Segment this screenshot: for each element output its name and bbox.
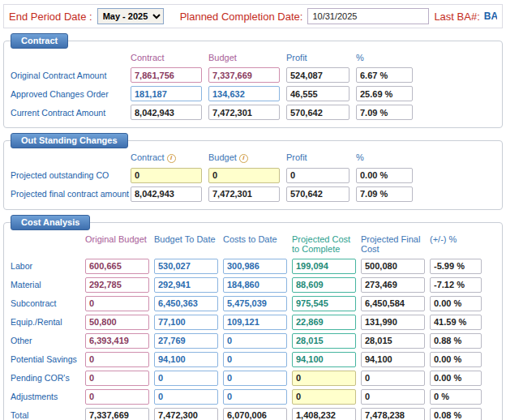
amount-field[interactable]: [154, 296, 218, 311]
percent-field[interactable]: [430, 277, 482, 293]
amount-field[interactable]: [292, 352, 356, 367]
amount-field[interactable]: [292, 277, 356, 293]
amount-field[interactable]: [286, 186, 349, 202]
last-ba-label: Last BA#:: [434, 11, 479, 23]
column-header: Contracti: [131, 152, 202, 165]
amount-field[interactable]: [85, 389, 149, 405]
amount-field[interactable]: [154, 371, 218, 386]
amount-field[interactable]: [85, 333, 149, 349]
amount-field[interactable]: [85, 277, 149, 293]
column-header-text: Contract: [131, 152, 165, 162]
amount-field[interactable]: [292, 408, 356, 420]
percent-field[interactable]: [356, 86, 413, 101]
amount-field[interactable]: [361, 296, 425, 311]
amount-field[interactable]: [361, 259, 425, 274]
last-ba-value: BA#71 - 06/24: [484, 11, 497, 22]
amount-field[interactable]: [223, 296, 287, 311]
column-header: Projected Final Cost: [361, 234, 425, 255]
amount-field[interactable]: [85, 371, 149, 386]
amount-field[interactable]: [131, 86, 202, 101]
amount-field[interactable]: [286, 105, 349, 120]
percent-field[interactable]: [430, 333, 482, 349]
info-icon[interactable]: i: [167, 154, 176, 163]
amount-field[interactable]: [361, 333, 425, 349]
column-header: (+/-) %: [430, 234, 482, 246]
row-label: Approved Changes Order: [11, 89, 124, 99]
row-label: Projected outstanding CO: [11, 170, 124, 180]
top-bar: End Period Date : May - 2025 Planned Com…: [3, 4, 503, 28]
amount-field[interactable]: [131, 105, 202, 120]
row-label: Pending COR's: [11, 373, 80, 383]
amount-field[interactable]: [208, 86, 280, 101]
percent-field[interactable]: [356, 105, 413, 120]
amount-field[interactable]: [131, 67, 202, 83]
amount-field[interactable]: [223, 277, 287, 293]
column-header: Contract: [131, 53, 202, 64]
amount-field[interactable]: [85, 408, 149, 420]
percent-field[interactable]: [430, 259, 482, 274]
info-icon[interactable]: i: [239, 154, 248, 163]
amount-field[interactable]: [208, 186, 280, 202]
amount-field[interactable]: [223, 371, 287, 386]
percent-field[interactable]: [356, 67, 413, 83]
amount-field[interactable]: [223, 315, 287, 330]
amount-field[interactable]: [154, 389, 218, 405]
amount-field[interactable]: [154, 408, 218, 420]
amount-field[interactable]: [131, 186, 202, 202]
amount-field[interactable]: [286, 67, 349, 83]
row-label: Subcontract: [11, 298, 80, 308]
amount-field[interactable]: [154, 315, 218, 330]
amount-field[interactable]: [154, 352, 218, 367]
column-header-text: Budget: [208, 152, 237, 162]
percent-field[interactable]: [430, 408, 482, 420]
amount-field[interactable]: [154, 333, 218, 349]
amount-field[interactable]: [223, 389, 287, 405]
amount-field[interactable]: [292, 389, 356, 405]
percent-field[interactable]: [430, 315, 482, 330]
amount-field[interactable]: [292, 259, 356, 274]
contract-section-tab: Contract: [11, 33, 68, 49]
row-label: Total: [11, 410, 80, 420]
amount-field[interactable]: [223, 352, 287, 367]
column-header: Projected Cost to Complete: [292, 234, 356, 255]
last-ba-group: Last BA#: BA#71 - 06/24: [434, 11, 497, 23]
amount-field[interactable]: [361, 352, 425, 367]
amount-field[interactable]: [361, 389, 425, 405]
percent-field[interactable]: [430, 296, 482, 311]
amount-field[interactable]: [361, 408, 425, 420]
percent-field[interactable]: [356, 168, 413, 183]
amount-field[interactable]: [223, 333, 287, 349]
amount-field[interactable]: [292, 296, 356, 311]
percent-field[interactable]: [430, 389, 482, 405]
amount-field[interactable]: [286, 86, 349, 101]
amount-field[interactable]: [292, 333, 356, 349]
amount-field[interactable]: [85, 259, 149, 274]
amount-field[interactable]: [208, 67, 280, 83]
percent-field[interactable]: [430, 352, 482, 367]
amount-field[interactable]: [154, 259, 218, 274]
amount-field[interactable]: [292, 315, 356, 330]
amount-field[interactable]: [208, 105, 280, 120]
amount-field[interactable]: [223, 259, 287, 274]
amount-field[interactable]: [361, 277, 425, 293]
amount-field[interactable]: [286, 168, 349, 183]
end-period-select[interactable]: May - 2025: [97, 8, 164, 24]
contract-table: Contract Budget Profit % Original Contra…: [11, 53, 495, 120]
amount-field[interactable]: [85, 315, 149, 330]
amount-field[interactable]: [223, 408, 287, 420]
amount-field[interactable]: [131, 168, 202, 183]
amount-field[interactable]: [292, 371, 356, 386]
amount-field[interactable]: [208, 168, 280, 183]
amount-field[interactable]: [85, 352, 149, 367]
amount-field[interactable]: [85, 296, 149, 311]
planned-completion-label: Planned Completion Date:: [180, 11, 303, 23]
percent-field[interactable]: [430, 371, 482, 386]
amount-field[interactable]: [361, 371, 425, 386]
column-header: %: [356, 152, 413, 164]
percent-field[interactable]: [356, 186, 413, 202]
amount-field[interactable]: [154, 277, 218, 293]
amount-field[interactable]: [361, 315, 425, 330]
row-label: Potential Savings: [11, 354, 80, 364]
cost-analysis-section: Cost Analysis Original Budget Budget To …: [3, 222, 503, 420]
planned-completion-input[interactable]: [307, 8, 429, 24]
